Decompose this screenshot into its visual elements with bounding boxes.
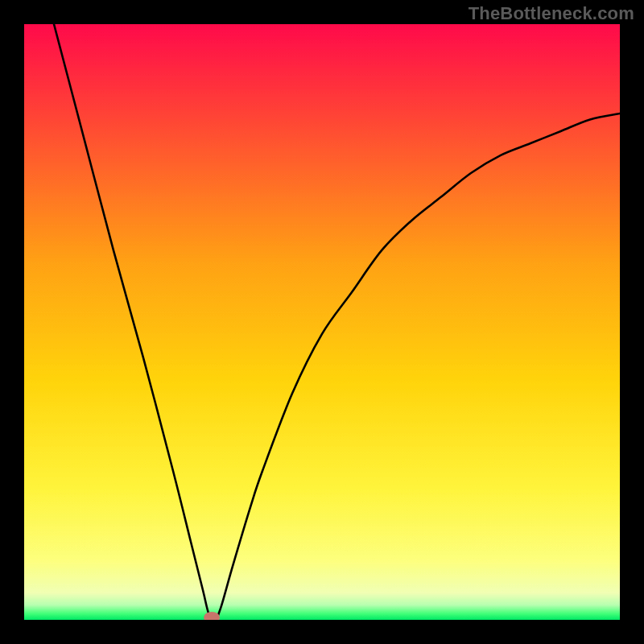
gradient-background xyxy=(24,24,620,620)
bottleneck-chart xyxy=(24,24,620,620)
chart-frame: TheBottleneck.com xyxy=(0,0,644,644)
plot-area xyxy=(24,24,620,620)
watermark-text: TheBottleneck.com xyxy=(469,3,634,24)
